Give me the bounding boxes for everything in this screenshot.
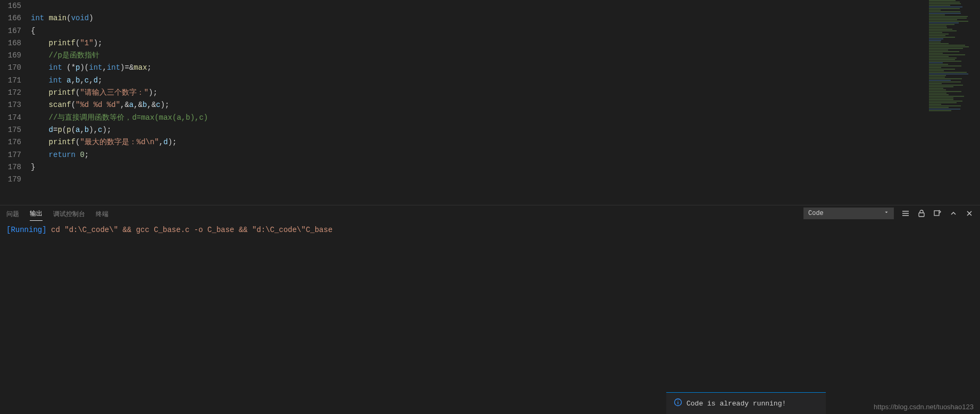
tab-output[interactable]: 输出 (30, 207, 43, 221)
code-line[interactable]: //与直接调用函数等价，d=max(max(a,b),c) (31, 112, 980, 124)
code-line[interactable]: return 0; (31, 149, 980, 161)
output-command: cd "d:\C_code\" && gcc C_base.c -o C_bas… (47, 226, 333, 234)
code-line[interactable]: printf("1"); (31, 37, 980, 49)
line-number: 166 (0, 12, 21, 24)
code-line[interactable]: int a,b,c,d; (31, 74, 980, 87)
minimap[interactable] (927, 0, 980, 205)
line-number: 172 (0, 87, 21, 99)
close-icon[interactable] (965, 209, 974, 218)
line-number: 177 (0, 149, 21, 161)
line-number: 168 (0, 37, 21, 49)
line-number: 175 (0, 124, 21, 136)
code-line[interactable]: int main(void) (31, 12, 980, 24)
line-number: 176 (0, 136, 21, 148)
output-running-tag: [Running] (6, 226, 47, 234)
code-line[interactable]: d=p(p(a,b),c); (31, 124, 980, 136)
editor-pane: 1651661671681691701711721731741751761771… (0, 0, 980, 205)
line-number: 169 (0, 49, 21, 62)
code-line[interactable]: { (31, 25, 980, 37)
chevron-up-icon[interactable] (949, 209, 958, 218)
lock-icon[interactable] (917, 209, 926, 218)
line-number: 165 (0, 0, 21, 12)
panel-tabs: 问题 输出 调试控制台 终端 Code (0, 205, 980, 222)
line-number: 178 (0, 161, 21, 173)
code-line[interactable] (31, 0, 980, 12)
line-number: 174 (0, 112, 21, 124)
output-channel-value: Code (808, 210, 824, 217)
list-icon[interactable] (901, 209, 910, 218)
tab-terminal[interactable]: 终端 (96, 208, 108, 221)
line-number-gutter: 1651661671681691701711721731741751761771… (0, 0, 31, 205)
output-body[interactable]: [Running] cd "d:\C_code\" && gcc C_base.… (0, 222, 980, 237)
code-line[interactable]: int (*p)(int,int)=&max; (31, 62, 980, 74)
notification-toast[interactable]: Code is already running! (666, 392, 826, 414)
line-number: 170 (0, 62, 21, 74)
panel-toolbar: Code (803, 208, 974, 219)
clear-output-icon[interactable] (933, 209, 942, 218)
code-line[interactable] (31, 173, 980, 186)
info-icon (674, 398, 682, 409)
tab-problems[interactable]: 问题 (6, 208, 19, 221)
svg-rect-0 (919, 213, 924, 217)
code-line[interactable]: printf("最大的数字是：%d\n",d); (31, 136, 980, 148)
code-line[interactable]: //p是函数指针 (31, 49, 980, 62)
code-area[interactable]: int main(void){ printf("1"); //p是函数指针 in… (31, 0, 980, 205)
watermark: https://blog.csdn.net/tuoshao123 (874, 403, 974, 411)
line-number: 179 (0, 173, 21, 186)
output-channel-select[interactable]: Code (803, 208, 894, 219)
toast-message: Code is already running! (686, 400, 786, 408)
chevron-down-icon (884, 210, 889, 217)
line-number: 171 (0, 74, 21, 87)
code-line[interactable]: printf("请输入三个数字："); (31, 87, 980, 99)
line-number: 173 (0, 99, 21, 111)
tab-debug-console[interactable]: 调试控制台 (53, 208, 85, 221)
line-number: 167 (0, 25, 21, 37)
code-line[interactable]: } (31, 161, 980, 173)
bottom-panel: 问题 输出 调试控制台 终端 Code (0, 205, 980, 414)
code-line[interactable]: scanf("%d %d %d",&a,&b,&c); (31, 99, 980, 111)
